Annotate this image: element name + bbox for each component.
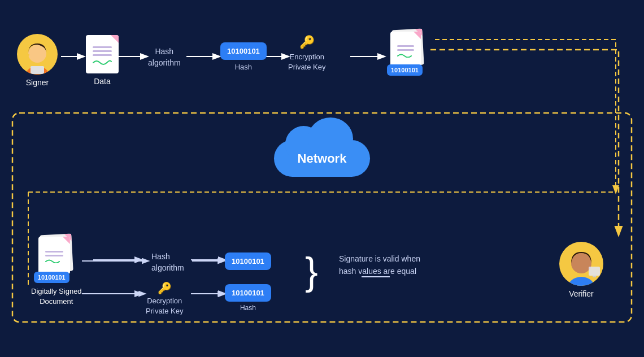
hash-bottom-label: Hash [240, 304, 256, 312]
digitally-signed-node: 10100101 Digitally SignedDocument [31, 234, 82, 307]
svg-point-16 [571, 253, 591, 273]
signer-avatar [17, 34, 58, 75]
hash-bottom-1-badge: 10100101 [225, 252, 271, 270]
svg-rect-18 [593, 276, 596, 277]
decryption-node: 🔑 DecryptionPrivate Key [146, 281, 183, 316]
signer-node: Signer [17, 34, 58, 87]
svg-rect-17 [589, 267, 600, 276]
signer-label: Signer [26, 78, 49, 87]
svg-point-13 [27, 54, 29, 56]
hash-top-badge: 10100101 [220, 42, 267, 60]
network-label: Network [298, 151, 347, 166]
signed-doc-top-node: 10100101 [387, 29, 428, 76]
verifier-label: Verifier [569, 289, 594, 298]
digitally-signed-badge: 10100101 [34, 272, 69, 283]
hash-bottom-2-badge: 10100101 [225, 284, 271, 302]
decryption-label: DecryptionPrivate Key [146, 296, 183, 316]
network-cloud: Network [274, 123, 370, 177]
hash-top-label: Hash [235, 63, 252, 71]
signature-valid-text: Signature is valid when hash values are … [339, 253, 421, 277]
svg-point-15 [567, 277, 595, 286]
svg-point-12 [28, 45, 46, 63]
data-node: Data [86, 35, 119, 86]
signed-doc-top-badge: 10100101 [387, 64, 423, 76]
hash-bottom-1-node: 10100101 [225, 252, 271, 270]
encryption-label: EncryptionPrivate Key [288, 52, 325, 72]
svg-rect-14 [31, 66, 44, 74]
diagram-container: Signer Data Hashalgorithm 10100101 Hash [0, 0, 644, 357]
hash-algo-top-label: Hashalgorithm [148, 46, 181, 68]
key-icon-bottom: 🔑 [158, 281, 172, 295]
data-doc-icon [86, 35, 119, 73]
encryption-node: 🔑 EncryptionPrivate Key [288, 35, 325, 72]
hash-algo-bottom-top: Hashalgorithm [151, 251, 184, 273]
hash-bottom-2-node: 10100101 Hash [225, 284, 271, 312]
hash-algo-top: Hashalgorithm [148, 46, 181, 68]
digitally-signed-label: Digitally SignedDocument [31, 286, 82, 307]
curly-brace: } [305, 252, 318, 290]
verifier-avatar [559, 242, 603, 286]
verifier-node: Verifier [559, 242, 603, 298]
hash-top-node: 10100101 Hash [220, 42, 267, 71]
key-icon-top: 🔑 [299, 35, 315, 50]
data-label: Data [94, 77, 111, 86]
